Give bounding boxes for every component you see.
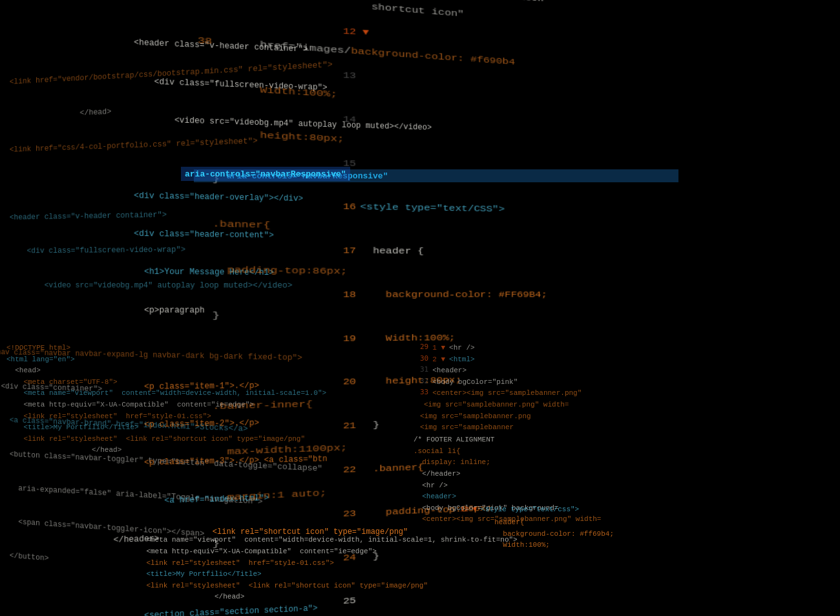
bottom-left-code: <!DOCTYPE html> <html lang="en"> <head> … (6, 343, 326, 456)
code-container: <link href="vendor/bootstrap/css/bootstr… (0, 0, 840, 616)
bottom-code-fragment: <link rel="shortcut icon" type="image/pn… (194, 526, 408, 538)
highlighted-code-line: aria-controls="navbarResponsive" (181, 167, 620, 181)
highlighted-text: aria-controls="navbarResponsive" (185, 169, 346, 179)
bottom-center-code: <meta name="viewport" content="width=dev… (129, 535, 485, 603)
center-bottom-linenums: 29 1 ▼ <hr /> 30 2 ▼ <html> 31 <header> … (420, 343, 549, 434)
shortcut-text: <link rel="shortcut icon" type="image/pn… (194, 526, 408, 538)
bottom-right-linenum: 12 ▼ <style type="text/css"> header{ bac… (460, 504, 614, 551)
